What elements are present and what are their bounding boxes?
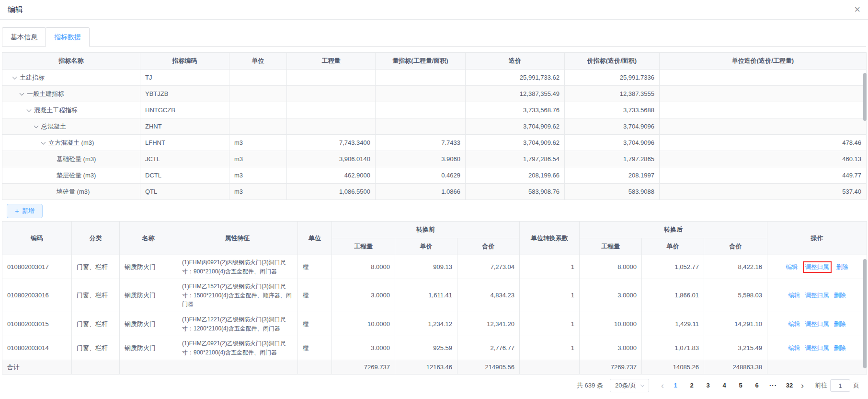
- cell-before-total-price: 7,273.04: [457, 255, 520, 279]
- cell-cost_index: 25,991.7336: [565, 70, 660, 86]
- cell-quantity: 7,743.3400: [287, 135, 376, 151]
- cell-quantity_index: 3.9060: [376, 151, 466, 167]
- cell-quantity_index: [376, 86, 466, 102]
- cell-quantity: [287, 102, 376, 118]
- page-number[interactable]: 5: [733, 379, 748, 392]
- cell-unit: [229, 118, 287, 135]
- col-after-quantity: 工程量: [580, 238, 642, 255]
- adjust-attribution-link[interactable]: 调整归属: [805, 321, 829, 328]
- add-button[interactable]: + 新增: [7, 204, 43, 218]
- tab-indicator-data[interactable]: 指标数据: [46, 27, 90, 46]
- edit-link[interactable]: 编辑: [786, 264, 798, 270]
- cell-cost: 583,908.76: [466, 184, 565, 200]
- adjust-attribution-link[interactable]: 调整归属: [805, 292, 829, 299]
- page-number[interactable]: 2: [685, 379, 699, 392]
- cell-name: 钢质防火门: [120, 336, 177, 360]
- cell-unit_cost: [660, 70, 867, 86]
- add-button-label: 新增: [22, 207, 34, 215]
- cell-code: QTL: [140, 184, 229, 200]
- total-empty-unit: [298, 360, 332, 375]
- close-icon[interactable]: ×: [854, 4, 860, 15]
- adjust-attribution-link[interactable]: 调整归属: [805, 345, 829, 352]
- cell-unit: m3: [229, 151, 287, 167]
- indicator-name-cell: 垫层砼量 (m3): [2, 167, 140, 184]
- edit-link[interactable]: 编辑: [788, 345, 800, 352]
- total-before-quantity: 7269.737: [332, 360, 395, 375]
- cell-code: TJ: [140, 70, 229, 86]
- delete-link[interactable]: 删除: [836, 264, 848, 270]
- delete-link[interactable]: 删除: [834, 345, 846, 352]
- page-number[interactable]: 1: [668, 379, 683, 392]
- cell-unit_cost: [660, 102, 867, 118]
- cell-actions: 编辑调整归属删除: [767, 279, 867, 312]
- tab-bar: 基本信息 指标数据: [2, 27, 866, 47]
- total-after-unit-price: 14085.26: [642, 360, 704, 375]
- page-number[interactable]: 6: [750, 379, 764, 392]
- page-size-value: 20条/页: [615, 381, 636, 390]
- adjust-attribution-link[interactable]: 调整归属: [803, 261, 832, 273]
- dialog-header: 编辑 ×: [0, 0, 868, 20]
- indicator-table-scrollbar[interactable]: [863, 73, 867, 121]
- next-page-button[interactable]: ›: [798, 379, 807, 392]
- cell-quantity: 462.9000: [287, 167, 376, 184]
- col-actions: 操作: [767, 222, 867, 255]
- indicator-name-cell: 一般土建指标: [2, 86, 140, 102]
- chevron-down-icon[interactable]: [12, 74, 17, 79]
- col-code: 编码: [2, 222, 72, 255]
- cell-before-unit-price: 1,234.12: [395, 312, 457, 336]
- cell-before-unit-price: 909.13: [395, 255, 457, 279]
- col-factor: 单位转换系数: [520, 222, 580, 255]
- cell-after-quantity: 10.0000: [580, 312, 642, 336]
- col-before-quantity: 工程量: [332, 238, 395, 255]
- cell-quantity_index: [376, 102, 466, 118]
- page-number[interactable]: 3: [701, 379, 715, 392]
- col-quantity: 工程量: [287, 53, 376, 70]
- detail-row: 010802003015门窗、栏杆钢质防火门(1)FHM乙1221(2)乙级钢防…: [2, 312, 867, 336]
- cell-cost_index: 208.1997: [565, 167, 660, 184]
- col-group-after: 转换后: [580, 222, 767, 238]
- cell-unit: m3: [229, 167, 287, 184]
- indicator-name: 土建指标: [20, 73, 45, 82]
- indicator-row: 立方混凝土 (m3)LFHNTm37,743.34007.74333,704,9…: [2, 135, 867, 151]
- cell-before-unit-price: 925.59: [395, 336, 457, 360]
- tab-basic-info[interactable]: 基本信息: [2, 27, 46, 46]
- page-number[interactable]: 32: [782, 379, 797, 392]
- chevron-down-icon[interactable]: [41, 140, 46, 144]
- col-indicator-name: 指标名称: [2, 53, 140, 70]
- col-cost: 造价: [466, 53, 565, 70]
- cell-code: 010802003015: [2, 312, 72, 336]
- detail-table-scrollbar[interactable]: [863, 259, 867, 368]
- cell-actions: 编辑调整归属删除: [767, 255, 867, 279]
- goto-label: 前往: [815, 381, 827, 390]
- prev-page-button[interactable]: ‹: [658, 379, 667, 392]
- cell-code: 010802003014: [2, 336, 72, 360]
- goto-page-input[interactable]: [830, 379, 850, 392]
- indicator-row: 混凝土工程指标HNTGCZB3,733,568.763,733.5688: [2, 102, 867, 118]
- cell-cost: 25,991,733.62: [466, 70, 565, 86]
- page-number[interactable]: 4: [717, 379, 731, 392]
- chevron-down-icon[interactable]: [34, 123, 39, 128]
- cell-quantity_index: [376, 118, 466, 135]
- indicator-row: 总混凝土ZHNT3,704,909.623,704.9096: [2, 118, 867, 135]
- delete-link[interactable]: 删除: [834, 321, 846, 328]
- cell-unit_cost: [660, 118, 867, 135]
- indicator-row: 墙砼量 (m3)QTLm31,086.55001.0866583,908.765…: [2, 184, 867, 200]
- cell-cost_index: 583.9088: [565, 184, 660, 200]
- delete-link[interactable]: 删除: [834, 292, 846, 299]
- cell-quantity: [287, 118, 376, 135]
- edit-link[interactable]: 编辑: [788, 321, 800, 328]
- total-factor: [520, 360, 580, 375]
- cell-unit_cost: 460.13: [660, 151, 867, 167]
- cell-unit: [229, 86, 287, 102]
- chevron-down-icon[interactable]: [27, 107, 32, 112]
- indicator-name-cell: 混凝土工程指标: [2, 102, 140, 118]
- page-size-select[interactable]: 20条/页: [610, 379, 649, 392]
- cell-cost_index: 1,797.2865: [565, 151, 660, 167]
- chevron-down-icon[interactable]: [20, 91, 24, 95]
- cell-quantity: [287, 86, 376, 102]
- cell-cost_index: 3,704.9096: [565, 118, 660, 135]
- edit-link[interactable]: 编辑: [788, 292, 800, 299]
- page-ellipsis[interactable]: ···: [766, 379, 780, 392]
- cell-quantity: [287, 70, 376, 86]
- detail-row: 010802003016门窗、栏杆钢质防火门(1)FHM乙1521(2)乙级钢防…: [2, 279, 867, 312]
